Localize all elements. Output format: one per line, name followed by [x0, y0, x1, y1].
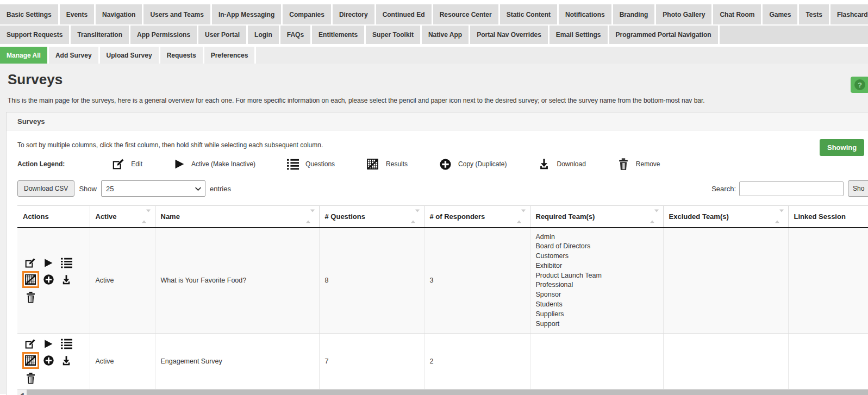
- make-inactive-button[interactable]: [43, 339, 53, 349]
- trash-icon: [25, 372, 36, 385]
- column-header-active[interactable]: Active: [90, 206, 155, 228]
- nav-tab-user-portal[interactable]: User Portal: [198, 26, 248, 44]
- nav-tab-programmed-portal-navigation[interactable]: Programmed Portal Navigation: [609, 26, 720, 44]
- edit-button[interactable]: [25, 338, 36, 349]
- results-chart-icon: [24, 273, 37, 286]
- nav-tab-photo-gallery[interactable]: Photo Gallery: [656, 4, 713, 24]
- edit-icon: [25, 338, 36, 349]
- nav-tab-users-and-teams[interactable]: Users and Teams: [143, 4, 212, 24]
- column-header-required-teams[interactable]: Required Team(s): [530, 206, 663, 228]
- nav-tab-app-permissions[interactable]: App Permissions: [130, 26, 198, 44]
- help-button[interactable]: ?: [851, 77, 868, 93]
- name-cell: Engagement Survey: [155, 334, 319, 390]
- showing-button[interactable]: Showing: [820, 139, 864, 156]
- legend-item-questions: Questions: [287, 158, 335, 170]
- subnav-row: Manage All Add Survey Upload Survey Requ…: [0, 46, 868, 64]
- subnav-tab-manage-all[interactable]: Manage All: [0, 47, 49, 64]
- questions-button[interactable]: [61, 338, 72, 349]
- nav-tab-games[interactable]: Games: [763, 4, 799, 24]
- copy-plus-icon: [43, 355, 54, 366]
- copy-button[interactable]: [43, 274, 54, 285]
- nav-tab-in-app-messaging[interactable]: In-App Messaging: [212, 4, 283, 24]
- page-size-select[interactable]: 25: [101, 180, 205, 197]
- nav-tab-flashcards[interactable]: Flashcards: [830, 4, 868, 24]
- scroll-left-arrow-icon[interactable]: ◀: [17, 390, 27, 395]
- sort-arrows-icon: [306, 212, 315, 221]
- nav-tab-branding[interactable]: Branding: [613, 4, 657, 24]
- legend-label-edit: Edit: [131, 160, 142, 168]
- edit-button[interactable]: [25, 258, 36, 268]
- column-header-linked-session[interactable]: Linked Session: [788, 206, 868, 228]
- make-inactive-button[interactable]: [43, 258, 53, 268]
- nav-tab-companies[interactable]: Companies: [283, 4, 333, 24]
- download-csv-button[interactable]: Download CSV: [17, 180, 74, 197]
- nav-tab-chat-room[interactable]: Chat Room: [713, 4, 763, 24]
- actions-cell: [17, 334, 90, 390]
- nav-tab-basic-settings[interactable]: Basic Settings: [0, 4, 60, 24]
- nav-tab-transliteration[interactable]: Transliteration: [71, 26, 130, 44]
- subnav-tab-upload-survey[interactable]: Upload Survey: [100, 47, 160, 64]
- excluded-teams-cell: [663, 228, 788, 334]
- entries-label: entries: [210, 185, 231, 193]
- actions-cell: [17, 228, 90, 334]
- nav-tab-events[interactable]: Events: [60, 4, 96, 24]
- remove-button[interactable]: [25, 372, 36, 385]
- panel-title: Surveys: [17, 117, 45, 126]
- results-chart-icon: [366, 158, 379, 171]
- surveys-panel: Surveys To sort by multiple columns, cli…: [6, 112, 868, 395]
- copy-button[interactable]: [43, 355, 54, 366]
- top-navigation: Basic Settings Events Navigation Users a…: [0, 0, 868, 64]
- nav-tab-tests[interactable]: Tests: [799, 4, 830, 24]
- action-legend: Action Legend: Edit Active (Make Inactiv…: [17, 158, 868, 171]
- column-header-questions[interactable]: # Questions: [319, 206, 424, 228]
- results-highlight-box: [22, 271, 39, 288]
- subnav-tab-add-survey[interactable]: Add Survey: [49, 47, 100, 64]
- nav-tab-entitlements[interactable]: Entitlements: [312, 26, 366, 44]
- results-button[interactable]: [24, 354, 37, 367]
- nav-tab-static-content[interactable]: Static Content: [500, 4, 559, 24]
- nav-tab-navigation[interactable]: Navigation: [96, 4, 143, 24]
- questions-count-cell: 8: [319, 228, 424, 334]
- horizontal-scrollbar[interactable]: ◀: [17, 390, 868, 395]
- legend-label-copy: Copy (Duplicate): [458, 160, 507, 168]
- legend-item-results: Results: [366, 158, 408, 171]
- nav-tab-notifications[interactable]: Notifications: [559, 4, 613, 24]
- nav-tab-directory[interactable]: Directory: [333, 4, 376, 24]
- column-header-excluded-teams[interactable]: Excluded Team(s): [663, 206, 788, 228]
- responders-count-cell: 3: [424, 228, 530, 334]
- subnav-tab-preferences[interactable]: Preferences: [204, 47, 257, 64]
- column-header-name[interactable]: Name: [155, 206, 319, 228]
- show-columns-button[interactable]: Sho: [848, 180, 868, 197]
- nav-tab-support-requests[interactable]: Support Requests: [0, 26, 71, 44]
- nav-tab-continued-ed[interactable]: Continued Ed: [376, 4, 433, 24]
- sort-hint-text: To sort by multiple columns, click the f…: [17, 141, 868, 149]
- excluded-teams-cell: [663, 334, 788, 390]
- download-icon: [61, 355, 72, 366]
- nav-tab-faqs[interactable]: FAQs: [280, 26, 312, 44]
- column-header-responders[interactable]: # of Responders: [424, 206, 530, 228]
- play-icon: [43, 339, 53, 349]
- download-icon: [538, 158, 550, 170]
- legend-item-edit: Edit: [113, 158, 142, 170]
- questions-button[interactable]: [61, 257, 72, 268]
- nav-tab-resource-center[interactable]: Resource Center: [433, 4, 500, 24]
- legend-label-results: Results: [386, 160, 408, 168]
- download-button[interactable]: [61, 274, 72, 285]
- scrollbar-thumb[interactable]: [27, 390, 868, 395]
- search-input[interactable]: [739, 181, 844, 196]
- remove-button[interactable]: [25, 291, 36, 304]
- subnav-tab-requests[interactable]: Requests: [160, 47, 204, 64]
- play-icon: [43, 258, 53, 268]
- nav-tab-portal-nav-overrides[interactable]: Portal Nav Overrides: [470, 26, 549, 44]
- copy-plus-icon: [439, 158, 452, 171]
- nav-tab-super-toolkit[interactable]: Super Toolkit: [366, 26, 422, 44]
- linked-session-cell: [788, 228, 868, 334]
- nav-tab-login[interactable]: Login: [248, 26, 280, 44]
- nav-tab-email-settings[interactable]: Email Settings: [549, 26, 609, 44]
- legend-label-active: Active (Make Inactive): [191, 160, 255, 168]
- download-button[interactable]: [61, 355, 72, 366]
- nav-tab-native-app[interactable]: Native App: [422, 26, 470, 44]
- table-row: Active What is Your Favorite Food? 8 3 A…: [17, 228, 868, 334]
- sort-arrows-icon: [517, 212, 526, 221]
- results-button[interactable]: [24, 273, 37, 286]
